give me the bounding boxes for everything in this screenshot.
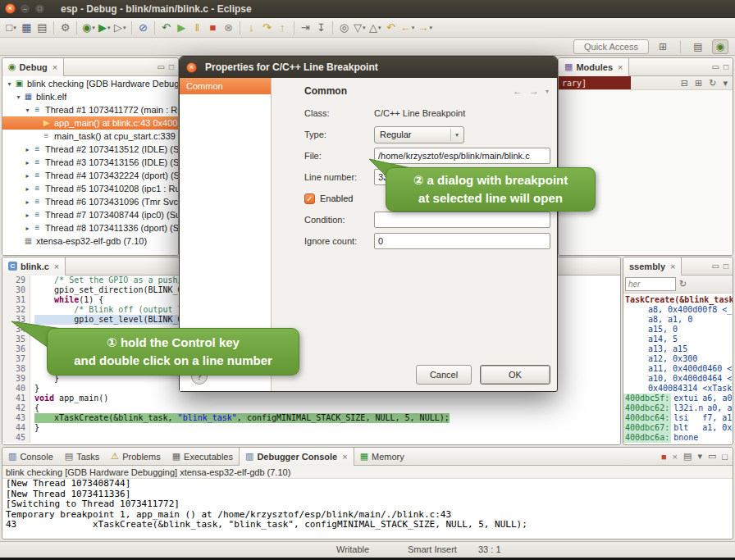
- code-line[interactable]: 45: [2, 433, 620, 443]
- debug-tree-row[interactable]: ▾▣blink checking [GDB Hardware Debug: [2, 77, 178, 90]
- code-line[interactable]: 43 xTaskCreate(&blink_task, "blink_task"…: [2, 413, 620, 423]
- code-line[interactable]: 41void app_main(): [2, 394, 620, 403]
- close-icon[interactable]: ×: [54, 262, 59, 271]
- ok-button[interactable]: OK: [480, 365, 550, 385]
- debug-tree-row[interactable]: ▦xtensa-esp32-elf-gdb (7.10): [2, 234, 178, 248]
- line-number[interactable]: 40: [2, 384, 30, 394]
- close-icon[interactable]: ×: [618, 62, 623, 72]
- tab-disassembly[interactable]: ssembly ×: [623, 257, 682, 275]
- display-console-icon[interactable]: ▾: [697, 451, 702, 462]
- disconnect-icon[interactable]: ⊗: [221, 20, 236, 36]
- quick-access-button[interactable]: Quick Access: [573, 39, 649, 54]
- maximize-icon[interactable]: □: [724, 262, 728, 271]
- debug-tree-row[interactable]: ▸≡Thread #5 1073410208 (ipc1 : Runni: [2, 182, 178, 195]
- new-wizard-icon[interactable]: □▾: [3, 20, 19, 36]
- minimize-icon[interactable]: ▭: [712, 62, 719, 71]
- type-select[interactable]: Regular ▾: [374, 126, 464, 143]
- condition-field[interactable]: [374, 212, 550, 228]
- perspective-debug-icon[interactable]: ◉: [712, 39, 728, 54]
- line-number[interactable]: 45: [2, 433, 30, 443]
- expand-all-icon[interactable]: ⊞: [695, 78, 702, 89]
- next-annotation-icon[interactable]: ▽▾: [352, 20, 368, 36]
- tab-debug[interactable]: ◉ Debug ×: [2, 58, 64, 76]
- line-number[interactable]: 29: [2, 275, 30, 285]
- save-icon[interactable]: ▦: [19, 20, 34, 36]
- line-number[interactable]: 32: [2, 305, 30, 315]
- expander-icon[interactable]: ▾: [23, 107, 32, 114]
- line-number[interactable]: 44: [2, 423, 30, 433]
- minimize-icon[interactable]: ▭: [708, 451, 716, 462]
- file-field[interactable]: /home/krzysztof/esp/blink/main/blink.c: [374, 148, 550, 164]
- refresh-icon[interactable]: ↻: [709, 78, 716, 89]
- line-number[interactable]: 34: [2, 325, 30, 335]
- expander-icon[interactable]: ▾: [5, 80, 14, 88]
- build-icon[interactable]: ⚙: [57, 20, 73, 36]
- perspective-java-icon[interactable]: ▤: [690, 39, 706, 54]
- line-number[interactable]: 42: [2, 403, 30, 413]
- run-icon[interactable]: ▶▾: [97, 20, 112, 36]
- terminate-icon[interactable]: ■: [205, 20, 221, 36]
- restart-icon[interactable]: ↶: [158, 20, 174, 36]
- step-return-icon[interactable]: ↑: [275, 20, 290, 36]
- cancel-button[interactable]: Cancel: [416, 365, 472, 385]
- line-number[interactable]: 41: [2, 394, 30, 403]
- expander-icon[interactable]: ▸: [23, 159, 32, 166]
- maximize-icon[interactable]: □: [722, 452, 728, 462]
- ignore-count-field[interactable]: 0: [374, 233, 550, 249]
- disassembly-line[interactable]: 400dbc6a:bnone: [623, 433, 733, 443]
- line-number[interactable]: 36: [2, 344, 30, 354]
- disassembly-line[interactable]: a13, a15: [623, 344, 733, 354]
- window-minimize-button[interactable]: –: [20, 3, 30, 14]
- back-icon[interactable]: ←▾: [399, 20, 417, 36]
- disassembly-line[interactable]: a8, 0x400d00f8 <_stext+224>: [623, 305, 733, 315]
- step-over-icon[interactable]: ↷: [259, 20, 275, 36]
- expander-icon[interactable]: ▸: [23, 212, 32, 219]
- dialog-close-button[interactable]: ×: [186, 62, 197, 73]
- sidebar-item-common[interactable]: Common: [180, 78, 271, 94]
- minimize-icon[interactable]: ▭: [158, 62, 165, 71]
- disassembly-line[interactable]: a10, 0x400d0464 <_stext+1100>: [623, 374, 733, 384]
- expander-icon[interactable]: ▸: [23, 146, 32, 153]
- drop-to-frame-icon[interactable]: ↧: [313, 20, 329, 36]
- debug-tree-row[interactable]: ▸≡Thread #8 1073411336 (dport) (Sus: [2, 221, 178, 234]
- debug-tree-row[interactable]: ▸≡Thread #4 1073432224 (dport) (Sus: [2, 169, 178, 182]
- tab-memory[interactable]: ▦Memory: [354, 448, 410, 466]
- skip-breakpoints-icon[interactable]: ⊘: [135, 20, 151, 36]
- search-icon[interactable]: ◎: [336, 20, 352, 36]
- instruction-stepping-icon[interactable]: ⇥: [298, 20, 313, 36]
- location-input[interactable]: her: [625, 277, 676, 291]
- view-menu-icon[interactable]: ▾: [723, 78, 728, 89]
- tab-modules[interactable]: ▦ Modules ×: [559, 58, 629, 76]
- debug-tree-row[interactable]: ▸≡Thread #6 1073431096 (Tmr Svc) (S: [2, 195, 178, 208]
- open-perspective-icon[interactable]: ⊞: [655, 39, 671, 54]
- last-edit-icon[interactable]: ↶: [383, 20, 399, 36]
- tab-tasks[interactable]: ▤Tasks: [59, 448, 106, 466]
- expander-icon[interactable]: ▸: [23, 198, 32, 206]
- code-line[interactable]: 44}: [2, 423, 620, 433]
- minimize-icon[interactable]: ▭: [712, 262, 719, 271]
- disassembly-line[interactable]: a11, 0x400d0460 <_stext+1096>: [623, 364, 733, 374]
- line-number[interactable]: 31: [2, 295, 30, 305]
- forward-icon[interactable]: →▾: [416, 20, 434, 36]
- remove-launch-icon[interactable]: ×: [673, 452, 678, 462]
- line-number[interactable]: 43: [2, 413, 30, 423]
- maximize-icon[interactable]: □: [724, 62, 728, 71]
- disassembly-line[interactable]: 400dbc67:blta1, 0x400dbc81 <__adddf3+: [623, 423, 733, 433]
- debug-tree-row[interactable]: ▾≡Thread #1 1073411772 (main : Runn: [2, 103, 178, 116]
- disassembly-line[interactable]: 400dbc5f:extuia6, a0, 23, 13: [623, 394, 733, 403]
- disassembly-line[interactable]: TaskCreate(&blink_task, "blink_tas: [623, 295, 733, 305]
- tab-debugger-console[interactable]: ▥Debugger Console×: [239, 448, 354, 466]
- clear-console-icon[interactable]: ▤: [683, 451, 692, 462]
- close-icon[interactable]: ×: [670, 262, 675, 271]
- debug-tree-row[interactable]: ▸≡Thread #3 1073413156 (IDLE) (Susp: [2, 156, 178, 169]
- view-menu-icon[interactable]: ▾: [546, 88, 549, 95]
- step-into-icon[interactable]: ↓: [244, 20, 259, 36]
- close-icon[interactable]: ×: [52, 62, 57, 72]
- close-icon[interactable]: ×: [342, 452, 347, 462]
- resume-icon[interactable]: ▶: [174, 20, 189, 36]
- disassembly-line[interactable]: 400dbc62:l32i.na0, a1, 16: [623, 403, 733, 413]
- collapse-all-icon[interactable]: ⊟: [681, 78, 688, 89]
- console-output[interactable]: [New Thread 1073408744][New Thread 10734…: [2, 479, 733, 539]
- print-icon[interactable]: ▤: [34, 20, 50, 36]
- debug-tree-row[interactable]: ▸≡Thread #2 1073413512 (IDLE) (Susp: [2, 143, 178, 156]
